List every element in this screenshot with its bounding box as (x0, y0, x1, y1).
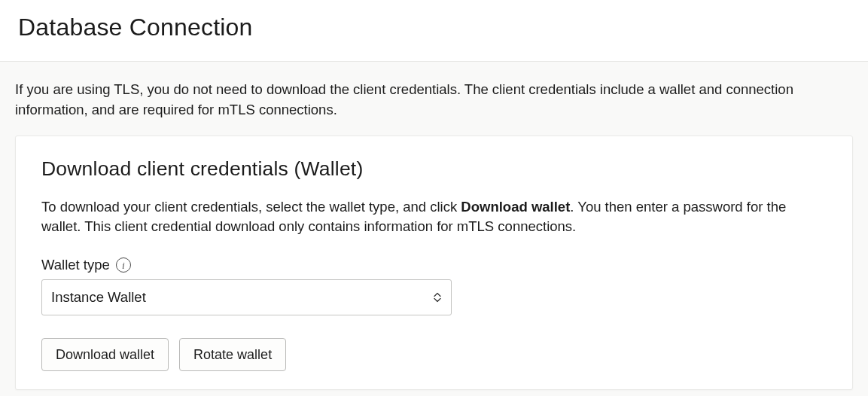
card-desc-bold: Download wallet (461, 199, 570, 215)
download-wallet-button[interactable]: Download wallet (41, 338, 169, 371)
card-desc-prefix: To download your client credentials, sel… (41, 199, 461, 215)
page-header: Database Connection (0, 0, 868, 62)
wallet-type-label-row: Wallet type i (41, 257, 827, 273)
wallet-type-selected-value: Instance Wallet (51, 289, 146, 306)
button-row: Download wallet Rotate wallet (41, 338, 827, 371)
info-icon[interactable]: i (116, 257, 131, 273)
wallet-type-select[interactable]: Instance Wallet (41, 279, 452, 315)
page-title: Database Connection (18, 14, 850, 41)
wallet-type-select-wrapper: Instance Wallet (41, 279, 452, 315)
rotate-wallet-button[interactable]: Rotate wallet (179, 338, 286, 371)
card-description: To download your client credentials, sel… (41, 197, 827, 238)
wallet-type-label: Wallet type (41, 257, 110, 273)
download-credentials-card: Download client credentials (Wallet) To … (15, 136, 853, 391)
intro-section: If you are using TLS, you do not need to… (0, 62, 868, 136)
intro-text: If you are using TLS, you do not need to… (15, 80, 853, 120)
card-title: Download client credentials (Wallet) (41, 157, 827, 181)
